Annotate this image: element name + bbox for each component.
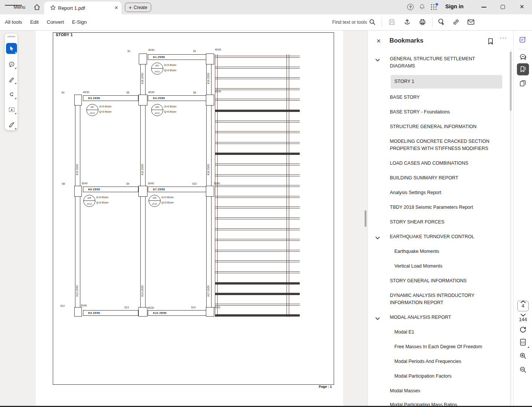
document-viewport[interactable]: STORY 1Page : 1K16 25/50K19 25/50K13 25/… xyxy=(0,31,368,407)
bookmarks-panel-icon[interactable] xyxy=(517,63,529,75)
grid-node-label: 30/40 xyxy=(214,182,220,185)
comments-panel-icon[interactable] xyxy=(514,52,532,62)
slab-rung xyxy=(215,250,300,252)
grid-node-label: 40/30 xyxy=(148,91,154,93)
bookmark-item[interactable]: MODAL ANALYSIS REPORT xyxy=(390,314,451,321)
page-thumbnails-icon[interactable] xyxy=(514,78,532,88)
chevron-down-icon[interactable] xyxy=(375,57,380,63)
refresh-rotate-icon[interactable] xyxy=(514,325,532,335)
beam-label: K7 25/50 xyxy=(148,187,207,192)
column-block xyxy=(139,54,147,64)
slab-rung xyxy=(215,110,300,112)
sign-in-button[interactable]: Sign in xyxy=(445,3,463,9)
bookmark-item[interactable]: Modal Masses xyxy=(390,387,420,395)
save-icon[interactable] xyxy=(388,18,396,26)
bookmark-item[interactable]: Analysis Settings Report xyxy=(390,189,441,196)
zoom-fit-one-to-one-icon[interactable]: 1:1 xyxy=(514,337,532,347)
slab-live-load-label: Q=0 tf/cm² xyxy=(161,201,174,204)
drawing-layer: STORY 1Page : 1K16 25/50K19 25/50K13 25/… xyxy=(0,31,368,407)
column-label: K17 25/50 xyxy=(207,282,211,300)
slab-marker: S01d=12 xyxy=(151,63,163,75)
grid-node-label: S6 xyxy=(193,91,196,94)
grid-node-label: S14 xyxy=(191,306,196,309)
bookmark-item[interactable]: Vertical Load Moments xyxy=(394,263,442,270)
bookmark-item[interactable]: STORY 1 xyxy=(391,75,502,89)
notifications-bell-icon[interactable] xyxy=(419,3,426,11)
slab-id-label: S06 xyxy=(149,197,160,199)
bookmark-item[interactable]: Earthquake Moments xyxy=(394,248,439,255)
drawing-border xyxy=(53,32,334,385)
menu-all-tools[interactable]: All tools xyxy=(5,19,22,25)
menu-esign[interactable]: E-Sign xyxy=(72,19,87,25)
select-tool-button[interactable] xyxy=(6,43,17,54)
slab-marker: S07d=12 xyxy=(86,104,98,116)
beam-label: K4 25/50 xyxy=(148,95,207,101)
bookmark-item[interactable]: EARTHQUAKE TURNOVER CONTROL xyxy=(390,233,474,240)
slab-thickness-label: d=12 xyxy=(84,203,95,205)
chevron-down-icon[interactable] xyxy=(375,315,380,322)
search-icon[interactable] xyxy=(369,18,376,26)
window-minimize-icon[interactable] xyxy=(481,7,486,8)
menu-convert[interactable]: Convert xyxy=(47,19,64,25)
bookmark-item[interactable]: BUILDING SUMMARY REPORT xyxy=(390,174,458,182)
bookmark-item[interactable]: DYNAMIC ANALYSIS INTRODUCTORY INFORMATIO… xyxy=(390,292,493,306)
slab-marker-divider xyxy=(86,110,98,110)
highlight-tool-button[interactable] xyxy=(6,74,17,85)
bookmark-item[interactable]: Modal E1 xyxy=(394,329,414,336)
create-button[interactable]: + Create xyxy=(125,3,151,12)
tab-title: Report 1.pdf xyxy=(58,5,85,11)
floating-tool-palette: A xyxy=(5,33,18,130)
menu-edit[interactable]: Edit xyxy=(30,19,38,25)
bookmark-item[interactable]: LOAD CASES AND COMBINATIONS xyxy=(390,160,468,167)
home-icon[interactable] xyxy=(33,3,41,11)
column-block xyxy=(206,54,214,64)
bookmark-item[interactable]: GENERAL STRUCTURE SETTLEMENT DIAGRAMS xyxy=(390,55,493,70)
menu-label[interactable]: Menu xyxy=(14,5,25,10)
grid-node-label: S9 xyxy=(126,182,129,185)
find-text-label[interactable]: Find text or tools xyxy=(332,20,367,25)
app-launcher-grid-icon[interactable] xyxy=(431,4,437,10)
bookmark-item[interactable]: STRUCTURE GENERAL INFORMATION xyxy=(390,123,477,130)
bookmark-item[interactable]: Modal Participation Factors xyxy=(394,373,451,380)
comment-tool-button[interactable] xyxy=(6,59,17,70)
print-icon[interactable] xyxy=(419,18,426,26)
slab-rung xyxy=(215,142,300,144)
previous-page-icon[interactable] xyxy=(514,297,532,307)
window-maximize-icon[interactable] xyxy=(501,5,505,9)
bookmark-item[interactable]: TBDY 2018 Seismic Parameters Report xyxy=(390,204,473,211)
grid-node-label: S2 xyxy=(193,50,196,52)
link-icon[interactable] xyxy=(452,18,460,26)
tab-close-icon[interactable]: ✕ xyxy=(114,5,118,11)
grid-node-label: S8 xyxy=(62,182,65,185)
slab-rung xyxy=(215,282,300,285)
request-signatures-icon[interactable] xyxy=(437,18,445,26)
bookmark-item[interactable]: Modal Periods And Frequencies xyxy=(394,358,461,365)
zoom-in-icon[interactable] xyxy=(514,351,532,361)
bookmark-item[interactable]: BASE STORY xyxy=(390,94,420,101)
next-page-icon[interactable] xyxy=(514,310,532,320)
email-icon[interactable] xyxy=(467,19,475,25)
bookmarks-scrollbar-thumb[interactable] xyxy=(510,52,512,111)
bookmark-item[interactable]: STORY GENERAL INFORMATIONS xyxy=(390,277,467,285)
ai-assistant-panel-icon[interactable] xyxy=(514,35,532,45)
palette-drag-handle[interactable] xyxy=(7,36,15,37)
document-tab[interactable]: Report 1.pdf ✕ xyxy=(44,2,121,14)
text-box-tool-button[interactable]: A xyxy=(6,104,17,115)
quick-toolbar: All tools Edit Convert E-Sign Find text … xyxy=(0,14,532,31)
rail-divider xyxy=(518,49,527,49)
bookmark-item[interactable]: BASE STORY - Foundations xyxy=(390,109,450,116)
bookmark-item[interactable]: MODELING CONCRETE CRACKED SECTION PROPER… xyxy=(390,138,493,152)
bookmark-item[interactable]: Free Masses In Each Degree Of Freedom xyxy=(394,343,482,350)
star-icon[interactable] xyxy=(50,5,56,12)
column-block xyxy=(74,95,82,106)
share-upload-icon[interactable] xyxy=(403,18,411,26)
chevron-down-icon[interactable] xyxy=(375,234,380,241)
help-icon[interactable]: ? xyxy=(407,4,414,10)
bookmark-item[interactable]: STORY SHEAR FORCES xyxy=(390,219,444,226)
zoom-out-icon[interactable] xyxy=(514,365,532,375)
window-close-icon[interactable]: ✕ xyxy=(520,3,524,10)
draw-tool-button[interactable] xyxy=(6,89,17,100)
column-block xyxy=(74,186,82,197)
fill-sign-tool-button[interactable] xyxy=(6,119,17,130)
document-scrollbar-thumb[interactable] xyxy=(365,210,366,227)
